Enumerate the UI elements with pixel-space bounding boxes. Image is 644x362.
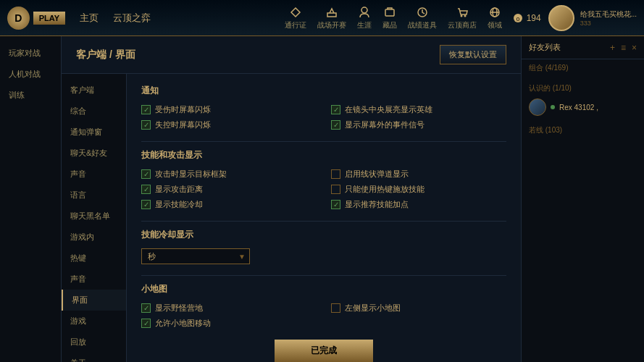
option-show-recommended-skillup[interactable]: 显示推荐技能加点	[331, 199, 506, 210]
settings-nav-interface[interactable]: 界面	[62, 290, 126, 311]
friends-close-icon[interactable]: ×	[632, 43, 637, 53]
checkbox-left-minimap[interactable]	[331, 303, 340, 313]
nav-collection[interactable]: 藏品	[382, 6, 397, 30]
nav-pass[interactable]: 通行证	[285, 6, 306, 30]
settings-nav-ingame[interactable]: 游戏内	[62, 227, 126, 248]
friend-group-known-header[interactable]: 认识的 (1/10)	[529, 83, 637, 93]
settings-nav-sound[interactable]: 声音	[62, 164, 126, 185]
friends-settings-icon[interactable]: ≡	[621, 43, 626, 53]
cooldown-dropdown-wrapper: 秒 百分比 ▼	[141, 248, 250, 264]
settings-nav-chat-blacklist[interactable]: 聊天黑名单	[62, 206, 126, 227]
option-center-highlight[interactable]: 在镜头中央展亮显示英雄	[331, 104, 506, 115]
user-name[interactable]: 给我五毛买桃花...	[580, 9, 637, 20]
svg-point-4	[460, 14, 462, 17]
settings-nav-notification-popup[interactable]: 通知弹窗	[62, 122, 126, 143]
option-show-jungle-camps[interactable]: 显示野怪营地	[141, 303, 317, 313]
friend-group-combined: 组合 (4/169)	[522, 59, 644, 80]
checkbox-show-attack-range[interactable]	[141, 185, 151, 194]
divider-1	[141, 141, 506, 142]
option-show-target-frame[interactable]: 攻击时显示目标框架	[141, 169, 317, 180]
combat-options: 攻击时显示目标框架 启用线状弹道显示 显示攻击距离 只能使用热键施放技能	[141, 169, 506, 210]
nav-arena[interactable]: 战场开赛	[317, 6, 346, 30]
checkbox-show-recommended-skillup[interactable]	[331, 200, 340, 209]
nav-career[interactable]: 生涯	[357, 6, 372, 30]
checkbox-center-highlight[interactable]	[331, 105, 340, 114]
checkbox-screen-flash-hurt[interactable]	[141, 105, 151, 114]
settings-nav-about[interactable]: 关于	[62, 353, 126, 362]
option-screen-flash-oom[interactable]: 失控时屏幕闪烁	[141, 119, 317, 130]
checkbox-allow-minimap-move[interactable]	[141, 319, 151, 328]
nav-home[interactable]: 主页	[80, 12, 99, 25]
friend-avatar	[529, 98, 546, 116]
notification-section-title: 通知	[141, 85, 506, 97]
nav-records[interactable]: 战绩道具	[408, 6, 437, 30]
friend-group-offline-header[interactable]: 若线 (103)	[529, 125, 637, 135]
minimap-section-title: 小地图	[141, 283, 506, 295]
settings-panel: 客户端 / 界面 恢复默认设置 客户端 综合 通知弹窗 聊天&好友 声音 语言 …	[62, 36, 521, 362]
svg-point-1	[361, 7, 367, 13]
settings-main: 通知 受伤时屏幕闪烁 在镜头中央展亮显示英雄 失控时屏幕闪烁	[127, 74, 521, 362]
logo: D	[7, 7, 30, 30]
sidebar-player-vs[interactable]: 玩家对战	[0, 43, 61, 63]
svg-text:0: 0	[516, 16, 519, 22]
settings-nav-client[interactable]: 客户端	[62, 80, 126, 101]
friends-header: 好友列表 + ≡ ×	[522, 36, 644, 59]
add-friend-icon[interactable]: +	[610, 43, 615, 53]
nav-domain[interactable]: 领域	[488, 6, 502, 30]
option-offscreen-signal[interactable]: 显示屏幕外的事件信号	[331, 119, 506, 130]
option-left-minimap[interactable]: 左侧显示小地图	[331, 303, 506, 313]
friend-group-known: 认识的 (1/10) Rex 43102 ,	[522, 80, 644, 122]
settings-nav-general[interactable]: 综合	[62, 101, 126, 122]
notification-options: 受伤时屏幕闪烁 在镜头中央展亮显示英雄 失控时屏幕闪烁 显示屏幕外的事件信号	[141, 104, 506, 130]
checkbox-offscreen-signal[interactable]	[331, 120, 340, 130]
left-sidebar: 玩家对战 人机对战 训练	[0, 36, 62, 362]
checkbox-screen-flash-oom[interactable]	[141, 120, 151, 130]
checkbox-linear-trajectory[interactable]	[331, 169, 340, 179]
settings-nav-language[interactable]: 语言	[62, 185, 126, 206]
option-allow-minimap-move[interactable]: 允许小地图移动	[141, 318, 317, 329]
friends-title: 好友列表	[529, 42, 561, 53]
option-show-attack-range[interactable]: 显示攻击距离	[141, 184, 317, 195]
restore-defaults-button[interactable]: 恢复默认设置	[440, 45, 506, 64]
combat-section-title: 技能和攻击显示	[141, 149, 506, 161]
checkbox-show-target-frame[interactable]	[141, 169, 151, 179]
user-avatar[interactable]	[548, 5, 574, 31]
checkbox-hotkey-only-skill[interactable]	[331, 185, 340, 194]
friend-group-combined-header[interactable]: 组合 (4/169)	[529, 63, 637, 73]
minimap-options: 显示野怪营地 左侧显示小地图 允许小地图移动	[141, 303, 506, 329]
option-linear-trajectory[interactable]: 启用线状弹道显示	[331, 169, 506, 180]
logo-area: D PLAY	[7, 7, 65, 30]
friend-group-offline: 若线 (103)	[522, 122, 644, 142]
online-status-dot	[551, 105, 555, 109]
play-button[interactable]: PLAY	[33, 12, 65, 25]
option-screen-flash-hurt[interactable]: 受伤时屏幕闪烁	[141, 104, 317, 115]
user-level: 333	[580, 20, 637, 27]
svg-rect-2	[385, 9, 394, 16]
option-show-skill-cooldown[interactable]: 显示技能冷却	[141, 199, 317, 210]
cooldown-dropdown-row: 秒 百分比 ▼	[141, 248, 506, 264]
nav-tft[interactable]: 云顶之弈	[113, 12, 151, 25]
done-button[interactable]: 已完成	[275, 340, 373, 362]
option-hotkey-only-skill[interactable]: 只能使用热键施放技能	[331, 184, 506, 195]
settings-nav-game[interactable]: 游戏	[62, 311, 126, 332]
divider-2	[141, 221, 506, 222]
divider-3	[141, 275, 506, 276]
nav-shop[interactable]: 云顶商店	[448, 6, 477, 30]
cooldown-dropdown[interactable]: 秒 百分比	[141, 248, 250, 264]
svg-rect-0	[327, 13, 336, 17]
top-navigation: D PLAY 主页 云顶之弈 通行证 战场开赛 生涯 藏品 战绩道具 云顶商	[0, 0, 644, 36]
done-btn-row: 已完成	[141, 340, 506, 362]
checkbox-show-skill-cooldown[interactable]	[141, 200, 151, 209]
settings-nav-sound2[interactable]: 声音	[62, 269, 126, 290]
friends-header-icons: + ≡ ×	[610, 43, 637, 53]
checkbox-show-jungle-camps[interactable]	[141, 303, 151, 313]
cooldown-section-title: 技能冷却显示	[141, 229, 506, 241]
settings-nav-replay[interactable]: 回放	[62, 332, 126, 353]
sidebar-ai-vs[interactable]: 人机对战	[0, 64, 61, 84]
breadcrumb: 客户端 / 界面	[76, 49, 135, 62]
sidebar-training[interactable]: 训练	[0, 85, 61, 105]
settings-nav-hotkeys[interactable]: 热键	[62, 248, 126, 269]
svg-point-5	[464, 14, 466, 17]
list-item[interactable]: Rex 43102 ,	[529, 96, 637, 118]
settings-nav-chat-friends[interactable]: 聊天&好友	[62, 143, 126, 164]
